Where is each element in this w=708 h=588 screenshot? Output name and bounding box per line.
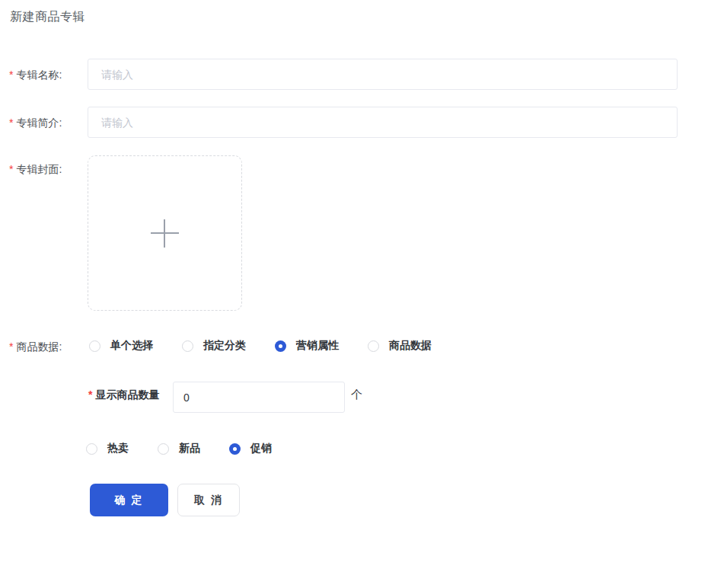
radio-option-label: 促销 [250, 442, 272, 455]
required-mark: * [88, 388, 92, 401]
marketing-tag-radio-group: 热卖 新品 促销 [86, 438, 272, 459]
confirm-button[interactable]: 确 定 [90, 484, 168, 516]
plus-icon [151, 219, 179, 248]
album-intro-input[interactable] [88, 107, 678, 138]
album-name-input[interactable] [88, 59, 678, 90]
radio-option-product-data[interactable]: 商品数据 [368, 339, 432, 353]
radio-icon [275, 340, 286, 352]
required-mark: * [9, 117, 13, 129]
radio-option-specified-category[interactable]: 指定分类 [182, 339, 246, 353]
display-count-unit: 个 [351, 388, 362, 402]
radio-option-label: 营销属性 [296, 339, 339, 353]
radio-icon [86, 443, 97, 455]
radio-option-label: 热卖 [107, 442, 129, 455]
product-data-label-text: 商品数据: [16, 340, 62, 353]
radio-option-label: 单个选择 [110, 339, 153, 353]
display-count-input[interactable] [173, 382, 345, 413]
radio-icon [182, 340, 193, 352]
album-intro-label-text: 专辑简介: [16, 117, 62, 129]
album-cover-label: *专辑封面: [9, 163, 85, 177]
display-count-label-text: 显示商品数量 [95, 388, 159, 401]
radio-icon [368, 340, 379, 352]
album-name-label-text: 专辑名称: [16, 69, 62, 81]
radio-option-hot-sale[interactable]: 热卖 [86, 442, 129, 455]
radio-icon [158, 443, 169, 455]
required-mark: * [9, 163, 13, 175]
product-data-radio-group: 单个选择 指定分类 营销属性 商品数据 [89, 335, 432, 356]
album-cover-label-text: 专辑封面: [16, 163, 62, 175]
radio-option-label: 指定分类 [203, 339, 246, 353]
radio-option-single-select[interactable]: 单个选择 [89, 339, 153, 353]
cancel-button[interactable]: 取 消 [177, 484, 240, 516]
radio-option-promotion[interactable]: 促销 [229, 442, 272, 455]
album-intro-label: *专辑简介: [9, 117, 85, 130]
radio-option-label: 新品 [179, 442, 200, 455]
album-name-label: *专辑名称: [9, 69, 85, 82]
radio-icon [89, 340, 100, 352]
radio-option-marketing-attribute[interactable]: 营销属性 [275, 339, 339, 353]
required-mark: * [9, 340, 13, 353]
album-cover-upload[interactable] [88, 155, 242, 311]
radio-option-label: 商品数据 [389, 339, 432, 353]
radio-option-new-product[interactable]: 新品 [158, 442, 200, 455]
display-count-label: *显示商品数量 [88, 388, 159, 402]
page-title: 新建商品专辑 [10, 9, 85, 25]
radio-icon [229, 443, 241, 455]
required-mark: * [9, 69, 13, 81]
product-data-label: *商品数据: [9, 340, 85, 354]
